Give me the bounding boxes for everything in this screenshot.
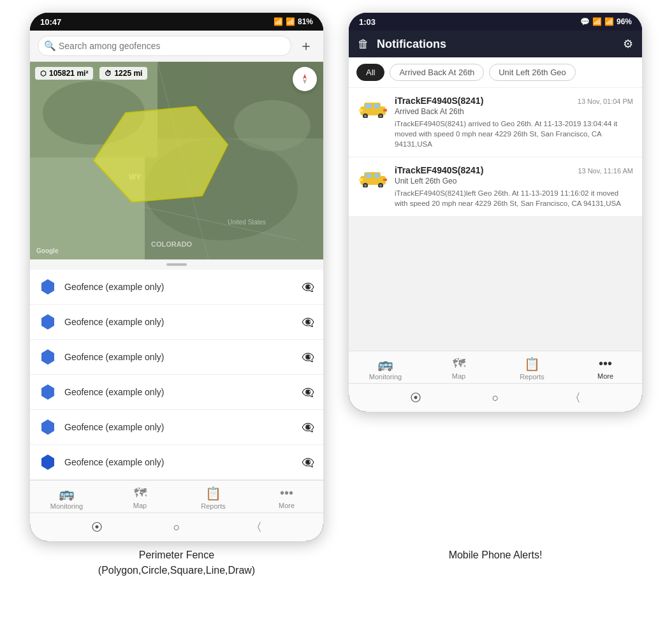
reports-icon: 📋 — [205, 486, 221, 501]
phone2-caption: Mobile Phone Alerts! — [349, 548, 642, 578]
android2-menu-icon[interactable]: ⦿ — [410, 391, 421, 405]
visibility-icon[interactable]: 👁‍🗨 — [302, 281, 314, 293]
geofence-label: Geofence (example only) — [64, 387, 294, 397]
car-icon — [358, 168, 388, 187]
nav-reports[interactable]: 📋 Reports — [194, 486, 233, 510]
wifi-icon: 📶 — [274, 17, 283, 26]
area-icon: ⬡ — [40, 69, 47, 78]
list-item[interactable]: Geofence (example only) 👁‍🗨 — [30, 340, 323, 375]
nav-map-label: Map — [133, 502, 147, 509]
svg-rect-36 — [374, 173, 379, 178]
svg-point-30 — [379, 115, 382, 117]
nav2-map[interactable]: 🗺 Map — [440, 356, 478, 381]
list-item[interactable]: Geofence (example only) 👁‍🗨 — [30, 445, 323, 480]
svg-marker-16 — [303, 79, 307, 84]
list-item[interactable]: Geofence (example only) 👁‍🗨 — [30, 410, 323, 445]
android2-back-icon[interactable]: 〈 — [569, 390, 581, 405]
nav2-more-label: More — [597, 372, 613, 380]
caption1-line2: (Polygon,Circle,Square,Line,Draw) — [98, 565, 255, 576]
svg-point-39 — [364, 184, 367, 187]
compass-button[interactable] — [293, 67, 317, 91]
nav2-monitoring-label: Monitoring — [369, 373, 402, 381]
visibility-icon[interactable]: 👁‍🗨 — [302, 316, 314, 328]
area-value: 105821 mi² — [49, 69, 88, 78]
delete-button[interactable]: 🗑 — [358, 38, 369, 51]
visibility-icon[interactable]: 👁‍🗨 — [302, 456, 314, 469]
geofence-label: Geofence (example only) — [64, 282, 294, 292]
area-stat: ⬡ 105821 mi² — [35, 67, 93, 80]
svg-rect-25 — [365, 104, 372, 108]
map-area[interactable]: WY COLORADO United States Google ⬡ 10582… — [30, 62, 323, 259]
nav-reports-label: Reports — [201, 502, 226, 510]
caption1-line1: Perimeter Fence — [139, 549, 214, 560]
nav-monitoring-label: Monitoring — [50, 502, 83, 510]
geofence-icon — [39, 313, 57, 331]
phone2-status-icons: 💬 📶 📶 96% — [580, 17, 632, 26]
filter-all[interactable]: All — [356, 64, 384, 81]
svg-marker-21 — [41, 419, 54, 435]
chat-icon: 💬 — [580, 17, 590, 26]
nav-more[interactable]: ••• More — [268, 486, 306, 510]
svg-rect-31 — [359, 109, 363, 112]
nav-map[interactable]: 🗺 Map — [121, 486, 159, 510]
nav2-monitoring[interactable]: 🚌 Monitoring — [367, 356, 405, 381]
device-name: iTrackEF4940S(8241) — [395, 165, 483, 175]
distance-value: 1225 mi — [114, 69, 142, 78]
notification-content-2: iTrackEF4940S(8241) 13 Nov, 11:16 AM Uni… — [395, 165, 633, 208]
notification-header-row: iTrackEF4940S(8241) 13 Nov, 11:16 AM — [395, 165, 633, 175]
android-back-icon[interactable]: 〈 — [251, 520, 262, 535]
filter-left[interactable]: Unit Left 26th Geo — [489, 64, 576, 81]
search-input[interactable] — [38, 36, 291, 56]
more-icon: ••• — [280, 486, 293, 500]
notification-card[interactable]: iTrackEF4940S(8241) 13 Nov, 01:04 PM Arr… — [349, 88, 642, 157]
android-home-icon[interactable]: ○ — [173, 521, 180, 534]
geofence-icon — [39, 348, 57, 366]
list-item[interactable]: Geofence (example only) 👁‍🗨 — [30, 270, 323, 305]
phone2-bottom-nav: 🚌 Monitoring 🗺 Map 📋 Reports ••• More — [349, 351, 642, 383]
geofence-label: Geofence (example only) — [64, 317, 294, 327]
wifi2-icon: 📶 — [592, 17, 602, 26]
map-stats: ⬡ 105821 mi² ⏱ 1225 mi — [35, 67, 147, 80]
clock-icon: ⏱ — [105, 69, 112, 77]
reports2-icon: 📋 — [524, 356, 540, 372]
car-icon — [358, 99, 388, 118]
geofence-icon — [39, 383, 57, 401]
svg-marker-17 — [41, 279, 54, 295]
visibility-icon[interactable]: 👁‍🗨 — [302, 386, 314, 398]
nav2-reports[interactable]: 📋 Reports — [513, 356, 551, 381]
scroll-indicator — [30, 259, 323, 270]
add-geofence-button[interactable]: ＋ — [296, 36, 316, 55]
nav2-reports-label: Reports — [520, 373, 544, 381]
monitoring-icon: 🚌 — [59, 486, 75, 501]
scroll-dot — [166, 263, 187, 266]
phone1-status-icons: 📶 📶 81% — [274, 17, 313, 26]
search-bar: 🔍 ＋ — [30, 31, 323, 62]
signal-icon: 📶 — [286, 17, 295, 26]
svg-marker-15 — [303, 74, 307, 79]
nav2-map-label: Map — [452, 372, 465, 380]
filter-arrived[interactable]: Arrived Back At 26th — [390, 64, 484, 81]
android2-home-icon[interactable]: ○ — [492, 391, 499, 405]
compass-icon — [298, 73, 311, 85]
more2-icon: ••• — [599, 356, 612, 371]
list-item[interactable]: Geofence (example only) 👁‍🗨 — [30, 375, 323, 410]
monitoring2-icon: 🚌 — [377, 356, 393, 372]
nav-more-label: More — [279, 502, 295, 509]
distance-stat: ⏱ 1225 mi — [99, 67, 147, 80]
map-background: WY COLORADO United States Google — [30, 62, 323, 259]
nav2-more[interactable]: ••• More — [587, 356, 625, 381]
android-menu-icon[interactable]: ⦿ — [91, 521, 103, 534]
phone1: 10:47 📶 📶 81% 🔍 ＋ — [30, 13, 323, 541]
device-name: iTrackEF4940S(8241) — [395, 96, 483, 106]
map2-icon: 🗺 — [453, 356, 465, 371]
visibility-icon[interactable]: 👁‍🗨 — [302, 421, 314, 433]
svg-text:Google: Google — [36, 247, 59, 254]
battery-text: 81% — [298, 17, 313, 26]
notification-card[interactable]: iTrackEF4940S(8241) 13 Nov, 11:16 AM Uni… — [349, 157, 642, 217]
notification-time: 13 Nov, 11:16 AM — [578, 167, 633, 175]
nav-monitoring[interactable]: 🚌 Monitoring — [48, 486, 86, 510]
list-item[interactable]: Geofence (example only) 👁‍🗨 — [30, 305, 323, 340]
visibility-icon[interactable]: 👁‍🗨 — [302, 351, 314, 363]
settings-button[interactable]: ⚙ — [623, 37, 633, 51]
phone2: 1:03 💬 📶 📶 96% 🗑 Notifications ⚙ All Arr… — [349, 13, 642, 412]
